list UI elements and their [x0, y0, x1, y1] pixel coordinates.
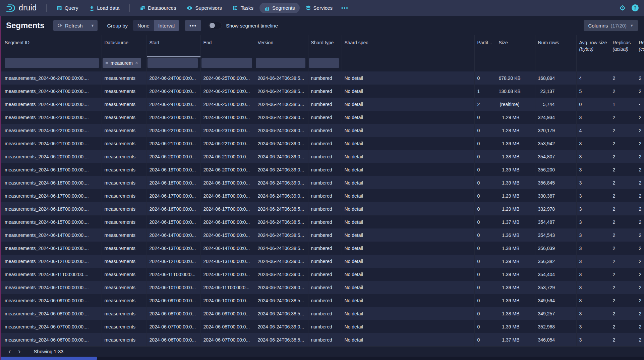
- nav-more-button[interactable]: •••: [338, 3, 352, 13]
- col-header-start[interactable]: Start: [147, 35, 200, 57]
- top-nav: druid Query Load data Datasources Superv…: [0, 0, 644, 16]
- chevron-right-icon[interactable]: ›: [14, 348, 24, 355]
- cell-datasource: measurements: [102, 307, 147, 320]
- cell-replicas: 2: [610, 71, 636, 85]
- table-row[interactable]: measurements_2024-06-24T00:00:00.... mea…: [0, 71, 644, 85]
- cell-datasource: measurements: [102, 255, 147, 268]
- col-header-shard-spec[interactable]: Shard spec: [342, 35, 474, 57]
- cell-num-rows: 168,894: [535, 71, 576, 85]
- table-row[interactable]: measurements_2024-06-22T00:00:00.... mea…: [0, 124, 644, 137]
- col-header-partition[interactable]: Partit...: [474, 35, 496, 57]
- table-row[interactable]: measurements_2024-06-19T00:00:00.... mea…: [0, 163, 644, 176]
- col-header-num-rows[interactable]: Num rows: [535, 35, 576, 57]
- cell-shard-spec: No detail: [342, 294, 474, 307]
- cell-partition: 2: [474, 98, 496, 111]
- segment-id-filter-input[interactable]: [5, 58, 99, 68]
- cell-size: 1.28 MB: [496, 124, 535, 137]
- cell-replication-factor: 2: [636, 281, 644, 294]
- refresh-dropdown-button[interactable]: ▼: [87, 20, 98, 31]
- table-row[interactable]: measurements_2024-06-17T00:00:00.... mea…: [0, 189, 644, 202]
- cell-version: 2024-06-24T06:38:5...: [255, 202, 308, 215]
- druid-brand[interactable]: druid: [5, 3, 37, 13]
- table-row[interactable]: measurements_2024-06-06T00:00:00.... mea…: [0, 333, 644, 346]
- table-row[interactable]: measurements_2024-06-13T00:00:00.... mea…: [0, 242, 644, 255]
- help-icon[interactable]: ?: [632, 4, 639, 11]
- cell-avg-row-size: 3: [576, 137, 610, 150]
- cell-replication-factor: 2: [636, 163, 644, 176]
- cell-partition: 0: [474, 242, 496, 255]
- segments-toolbar: Segments ⟳ Refresh ▼ Group by None Inter…: [0, 16, 644, 35]
- col-header-avg-row-size[interactable]: Avg. row size (bytes): [576, 35, 610, 57]
- cell-shard-spec: No detail: [342, 228, 474, 242]
- equals-icon: =: [106, 60, 108, 66]
- cell-replicas: 1: [610, 98, 636, 111]
- cell-segment-id: measurements_2024-06-07T00:00:00....: [0, 320, 102, 333]
- group-by-more-button[interactable]: •••: [185, 20, 201, 31]
- version-filter-input[interactable]: [256, 58, 305, 68]
- cell-segment-id: measurements_2024-06-14T00:00:00....: [0, 228, 102, 242]
- cell-version: 2024-06-24T06:38:5...: [255, 333, 308, 346]
- table-row[interactable]: measurements_2024-06-12T00:00:00.... mea…: [0, 255, 644, 268]
- datasource-filter-chip[interactable]: = measurem ×: [103, 58, 141, 68]
- refresh-button[interactable]: ⟳ Refresh: [53, 20, 87, 31]
- nav-item-services[interactable]: Services: [301, 3, 338, 13]
- cell-shard-spec: No detail: [342, 150, 474, 163]
- table-row[interactable]: measurements_2024-06-15T00:00:00.... mea…: [0, 215, 644, 228]
- chevron-down-icon: ▼: [630, 23, 634, 28]
- cell-start: 2024-06-21T00:00:0...: [147, 137, 200, 150]
- cell-datasource: measurements: [102, 202, 147, 215]
- col-header-shard-type[interactable]: Shard type: [308, 35, 342, 57]
- cell-partition: 0: [474, 111, 496, 124]
- close-icon[interactable]: ×: [135, 60, 138, 66]
- nav-item-load-data[interactable]: Load data: [84, 3, 124, 13]
- horizontal-scrollbar-thumb[interactable]: [0, 357, 97, 360]
- table-row[interactable]: measurements_2024-06-09T00:00:00.... mea…: [0, 294, 644, 307]
- cell-shard-type: numbered: [308, 255, 342, 268]
- table-row[interactable]: measurements_2024-06-10T00:00:00.... mea…: [0, 281, 644, 294]
- shard-type-filter-input[interactable]: [309, 58, 339, 68]
- cell-segment-id: measurements_2024-06-19T00:00:00....: [0, 163, 102, 176]
- cell-replicas: 2: [610, 320, 636, 333]
- table-row[interactable]: measurements_2024-06-14T00:00:00.... mea…: [0, 228, 644, 242]
- columns-button[interactable]: Columns (17/20) ▼: [584, 20, 638, 31]
- col-header-segment-id[interactable]: Segment ID: [0, 35, 102, 57]
- start-filter-input[interactable]: [148, 58, 198, 68]
- table-row[interactable]: measurements_2024-06-21T00:00:00.... mea…: [0, 137, 644, 150]
- cell-num-rows: 349,257: [535, 307, 576, 320]
- nav-item-query[interactable]: Query: [52, 3, 83, 13]
- cell-datasource: measurements: [102, 294, 147, 307]
- cell-datasource: measurements: [102, 333, 147, 346]
- table-row[interactable]: measurements_2024-06-20T00:00:00.... mea…: [0, 150, 644, 163]
- table-row[interactable]: measurements_2024-06-24T00:00:00.... mea…: [0, 85, 644, 98]
- cell-segment-id: measurements_2024-06-12T00:00:00....: [0, 255, 102, 268]
- nav-item-datasources[interactable]: Datasources: [135, 3, 181, 13]
- nav-item-tasks[interactable]: Tasks: [228, 3, 258, 13]
- table-row[interactable]: measurements_2024-06-07T00:00:00.... mea…: [0, 320, 644, 333]
- table-row[interactable]: measurements_2024-06-24T00:00:00.... mea…: [0, 98, 644, 111]
- col-header-version[interactable]: Version: [255, 35, 308, 57]
- col-header-datasource[interactable]: Datasource: [102, 35, 147, 57]
- horizontal-scrollbar-track[interactable]: [0, 357, 644, 360]
- segment-timeline-toggle[interactable]: [209, 22, 222, 29]
- group-by-none-button[interactable]: None: [133, 20, 154, 31]
- col-header-replication-factor[interactable]: Replication factor (configured): [636, 35, 644, 57]
- nav-item-supervisors[interactable]: Supervisors: [182, 3, 226, 13]
- end-filter-input[interactable]: [201, 58, 252, 68]
- table-row[interactable]: measurements_2024-06-18T00:00:00.... mea…: [0, 176, 644, 189]
- group-by-interval-button[interactable]: Interval: [154, 20, 179, 31]
- col-header-end[interactable]: End: [200, 35, 255, 57]
- table-row[interactable]: measurements_2024-06-16T00:00:00.... mea…: [0, 202, 644, 215]
- services-icon: [306, 5, 311, 11]
- cell-size: 1.39 MB: [496, 320, 535, 333]
- nav-item-segments[interactable]: Segments: [259, 3, 300, 13]
- chevron-left-icon[interactable]: ‹: [5, 348, 14, 355]
- settings-gear-icon[interactable]: ⚙: [619, 4, 626, 11]
- table-row[interactable]: measurements_2024-06-11T00:00:00.... mea…: [0, 268, 644, 281]
- cell-end: 2024-06-13T00:00:0...: [200, 255, 255, 268]
- cell-partition: 1: [474, 85, 496, 98]
- col-header-replicas[interactable]: Replicas (actual): [610, 35, 636, 57]
- table-row[interactable]: measurements_2024-06-23T00:00:00.... mea…: [0, 111, 644, 124]
- cell-datasource: measurements: [102, 189, 147, 202]
- table-row[interactable]: measurements_2024-06-08T00:00:00.... mea…: [0, 307, 644, 320]
- col-header-size[interactable]: Size: [496, 35, 535, 57]
